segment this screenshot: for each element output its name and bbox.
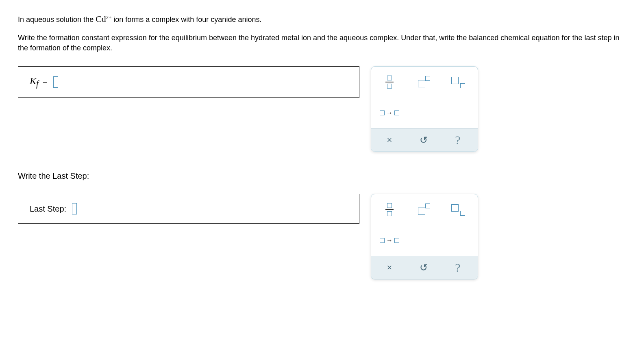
undo-button[interactable]: ↺: [408, 258, 439, 277]
fraction-button[interactable]: [374, 71, 405, 93]
subscript-button[interactable]: [442, 198, 474, 221]
help-icon: ?: [455, 261, 460, 275]
superscript-button[interactable]: [408, 198, 439, 221]
problem-line-2: Write the formation constant expression …: [18, 33, 626, 53]
kf-symbol: Kf: [30, 76, 39, 89]
kf-toolbox: → × ↺ ?: [371, 66, 478, 152]
subscript-icon: [450, 76, 465, 88]
superscript-button[interactable]: [408, 71, 439, 93]
laststep-toolbox: → × ↺ ?: [371, 194, 478, 279]
problem-line-1: In aqueous solution the Cd2+ ion forms a…: [18, 13, 626, 26]
subscript-button[interactable]: [442, 71, 474, 93]
laststep-input[interactable]: [72, 203, 77, 214]
help-button[interactable]: ?: [442, 130, 474, 150]
kf-answer-box[interactable]: Kf =: [18, 66, 359, 98]
undo-button[interactable]: ↺: [408, 130, 439, 150]
reaction-arrow-button[interactable]: →: [374, 102, 405, 124]
reaction-arrow-icon: →: [380, 237, 399, 244]
reaction-arrow-icon: →: [380, 109, 399, 117]
help-button[interactable]: ?: [442, 258, 474, 277]
fraction-button[interactable]: [374, 198, 405, 221]
clear-button[interactable]: ×: [374, 258, 405, 277]
undo-icon: ↺: [420, 134, 428, 146]
help-icon: ?: [455, 133, 460, 147]
kf-input[interactable]: [53, 76, 58, 88]
clear-button[interactable]: ×: [374, 130, 405, 150]
laststep-field-label: Last Step:: [30, 204, 66, 214]
problem-line-1-post: ion forms a complex with four cyanide an…: [113, 15, 261, 24]
laststep-row: Last Step: →: [18, 194, 626, 279]
laststep-answer-box[interactable]: Last Step:: [18, 194, 359, 224]
kf-row: Kf = →: [18, 66, 626, 152]
ion-charge: 2+: [106, 15, 111, 20]
reaction-arrow-button[interactable]: →: [374, 229, 405, 252]
fraction-icon: [385, 76, 394, 89]
superscript-icon: [417, 76, 430, 88]
superscript-icon: [417, 203, 430, 216]
subscript-icon: [450, 203, 465, 216]
close-icon: ×: [387, 262, 392, 273]
ion-symbol: Cd: [96, 14, 106, 24]
fraction-icon: [385, 203, 394, 216]
last-step-section-label: Write the Last Step:: [18, 171, 626, 181]
equals-sign: =: [43, 77, 48, 87]
undo-icon: ↺: [420, 262, 428, 273]
close-icon: ×: [387, 135, 392, 145]
problem-line-1-pre: In aqueous solution the: [18, 15, 96, 24]
